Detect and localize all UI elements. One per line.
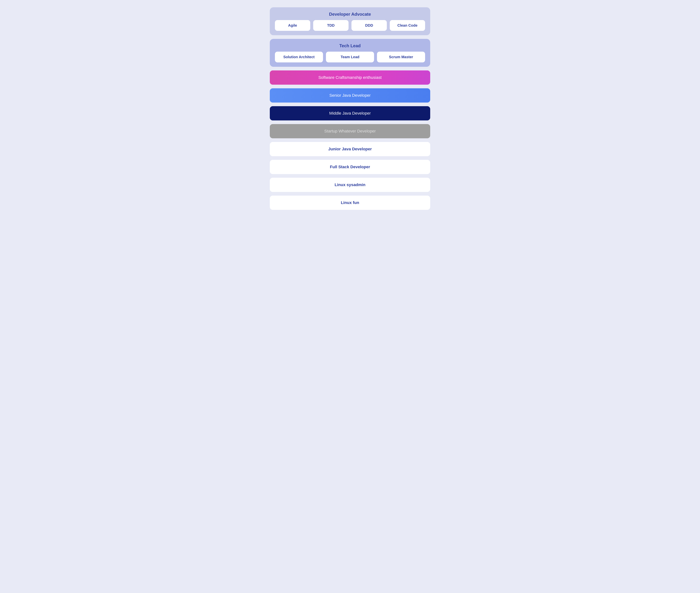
tech-lead-section: Tech Lead Solution Architect Team Lead S… [270,39,430,67]
bar-middle-java[interactable]: Middle Java Developer [270,106,430,120]
pill-ddd[interactable]: DDD [351,20,387,31]
bar-linux-fun[interactable]: Linux fun [270,196,430,210]
pill-team-lead[interactable]: Team Lead [326,52,374,63]
bar-startup[interactable]: Startup Whatever Developer [270,124,430,138]
pill-clean-code[interactable]: Clean Code [390,20,425,31]
developer-advocate-title: Developer Advocate [329,12,371,17]
bar-senior-java[interactable]: Senior Java Developer [270,88,430,103]
pill-scrum-master[interactable]: Scrum Master [377,52,425,63]
developer-advocate-section: Developer Advocate Agile TDD DDD Clean C… [270,7,430,35]
developer-advocate-pills: Agile TDD DDD Clean Code [275,20,425,31]
bar-craftsmanship[interactable]: Software Craftsmanship enthusiast [270,71,430,85]
pill-agile[interactable]: Agile [275,20,310,31]
pill-solution-architect[interactable]: Solution Architect [275,52,323,63]
bar-junior-java[interactable]: Junior Java Developer [270,142,430,156]
bar-full-stack[interactable]: Full Stack Developer [270,160,430,174]
pill-tdd[interactable]: TDD [313,20,349,31]
bar-linux-sysadmin[interactable]: Linux sysadmin [270,178,430,192]
main-container: Developer Advocate Agile TDD DDD Clean C… [270,7,430,210]
tech-lead-title: Tech Lead [340,43,361,48]
tech-lead-pills: Solution Architect Team Lead Scrum Maste… [275,52,425,63]
